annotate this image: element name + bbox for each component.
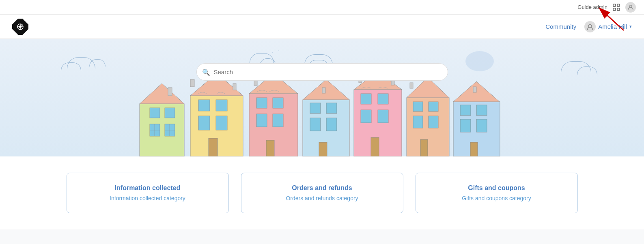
svg-rect-64 (410, 83, 413, 88)
card-orders-refunds[interactable]: Orders and refunds Orders and refunds ca… (241, 173, 403, 213)
card-2-title: Orders and refunds (254, 184, 391, 192)
top-bar: Guide admin (0, 0, 644, 15)
svg-rect-0 (613, 4, 616, 6)
houses-illustration (127, 71, 517, 156)
card-1-title: Information collected (79, 184, 216, 192)
user-menu[interactable]: Amelia Hill ▾ (584, 21, 632, 32)
svg-rect-49 (378, 110, 388, 123)
svg-rect-45 (322, 88, 325, 93)
hero-banner: ᵥ ᵥ 🔍 (0, 39, 644, 156)
svg-rect-50 (361, 94, 371, 104)
search-input[interactable] (196, 63, 448, 81)
svg-rect-36 (266, 140, 274, 156)
cloud-5b (577, 66, 597, 75)
bird-1: ᵥ (272, 50, 273, 54)
svg-rect-43 (326, 103, 337, 113)
svg-rect-48 (361, 110, 371, 123)
svg-rect-27 (209, 138, 218, 156)
admin-label: Guide admin (577, 4, 607, 10)
chevron-icon: ▾ (629, 24, 632, 29)
svg-rect-32 (256, 114, 267, 127)
card-3-subtitle: Gifts and coupons category (428, 195, 565, 201)
search-container: 🔍 (196, 63, 448, 81)
svg-rect-63 (420, 139, 428, 156)
svg-rect-15 (165, 108, 175, 118)
nav-bar: Community Amelia Hill ▾ (0, 15, 644, 39)
svg-rect-1 (617, 4, 620, 6)
svg-rect-62 (429, 102, 438, 111)
svg-rect-59 (413, 116, 423, 128)
svg-rect-14 (150, 108, 160, 118)
top-bar-user-avatar[interactable] (625, 2, 636, 13)
svg-rect-71 (470, 142, 478, 156)
card-gifts-coupons[interactable]: Gifts and coupons Gifts and coupons cate… (416, 173, 578, 213)
svg-rect-72 (473, 87, 476, 92)
grid-icon[interactable] (612, 3, 620, 11)
svg-rect-33 (273, 114, 283, 127)
svg-rect-60 (429, 116, 438, 128)
svg-rect-67 (460, 119, 471, 132)
bird-2: ᵥ (278, 48, 280, 52)
user-avatar (584, 21, 596, 32)
community-link[interactable]: Community (545, 23, 576, 30)
page-wrapper: Guide admin (0, 0, 644, 244)
user-name: Amelia Hill (598, 23, 627, 30)
svg-rect-26 (216, 100, 227, 111)
decorative-circle (465, 51, 494, 71)
svg-rect-51 (378, 94, 388, 104)
card-1-subtitle: Information collected category (79, 195, 216, 201)
svg-rect-70 (476, 105, 487, 116)
svg-rect-2 (613, 8, 616, 11)
svg-rect-29 (233, 83, 236, 90)
svg-rect-23 (198, 116, 210, 130)
search-icon: 🔍 (202, 68, 210, 76)
svg-rect-25 (198, 100, 210, 111)
svg-rect-61 (413, 102, 423, 111)
svg-rect-35 (273, 98, 283, 108)
logo[interactable] (12, 19, 28, 35)
card-3-title: Gifts and coupons (428, 184, 565, 192)
card-information-collected[interactable]: Information collected Information collec… (67, 173, 229, 213)
svg-rect-3 (617, 8, 620, 11)
svg-rect-40 (310, 118, 321, 131)
cards-section: Information collected Information collec… (0, 156, 644, 229)
nav-right: Community Amelia Hill ▾ (545, 21, 632, 32)
svg-marker-39 (303, 79, 349, 100)
svg-rect-20 (168, 88, 172, 96)
svg-rect-41 (326, 118, 337, 131)
svg-marker-11 (140, 83, 184, 104)
svg-rect-10 (140, 104, 184, 156)
svg-rect-24 (216, 116, 227, 130)
svg-rect-28 (190, 79, 194, 87)
svg-rect-52 (371, 137, 379, 156)
svg-rect-68 (476, 119, 487, 132)
svg-rect-42 (310, 103, 321, 113)
svg-rect-44 (319, 142, 327, 156)
svg-rect-69 (460, 105, 471, 116)
card-2-subtitle: Orders and refunds category (254, 195, 391, 201)
svg-rect-34 (256, 98, 267, 108)
